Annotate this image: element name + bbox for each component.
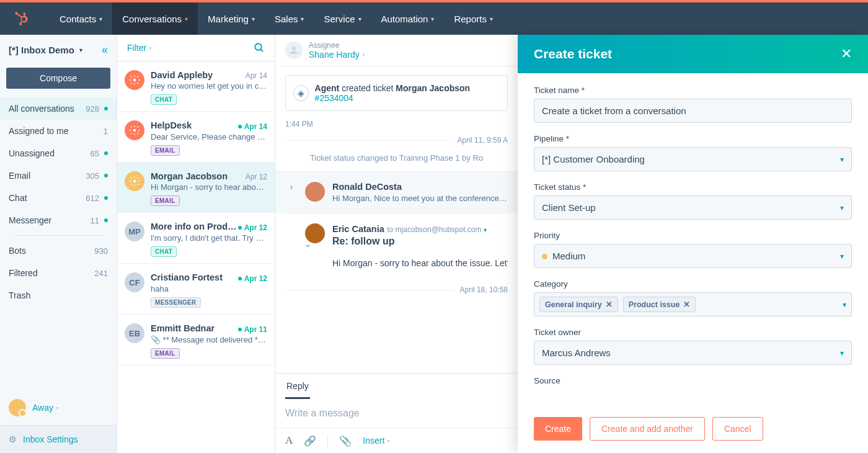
ticket-link[interactable]: #2534004 (315, 93, 353, 103)
status-change-event: Ticket status changed to Training Phase … (285, 153, 508, 163)
nav-service[interactable]: Service▾ (314, 2, 371, 35)
conversation-item[interactable]: HelpDeskApr 14 Dear Service, Please chan… (117, 112, 275, 163)
close-icon[interactable]: ✕ (841, 46, 852, 62)
nav-sales[interactable]: Sales▾ (265, 2, 314, 35)
sender-name: Eric Catania (332, 224, 384, 234)
avatar-icon: EB (125, 323, 144, 343)
compose-button[interactable]: Compose (6, 68, 110, 89)
remove-tag-icon[interactable]: ✕ (606, 300, 613, 309)
chevron-down-icon: ▾ (840, 155, 844, 164)
chevron-down-icon[interactable]: › (275, 240, 314, 252)
unread-dot-icon (104, 174, 108, 177)
channel-badge: CHAT (151, 246, 177, 257)
filter-dropdown[interactable]: Filter▾ (127, 43, 152, 53)
assignee-selector[interactable]: Shane Hardy▾ (309, 50, 365, 60)
chevron-down-icon: ▾ (56, 405, 59, 411)
conversation-item[interactable]: Morgan JacobsonApr 12 Hi Morgan - sorry … (117, 163, 275, 213)
insert-dropdown[interactable]: Insert▾ (363, 436, 390, 446)
conversation-item[interactable]: MP More info on Produ...Apr 12 I'm sorry… (117, 213, 275, 264)
ticket-event-icon: ◈ (293, 85, 309, 101)
cancel-button[interactable]: Cancel (712, 417, 763, 441)
channel-badge: EMAIL (151, 348, 180, 359)
conversation-item[interactable]: EB Emmitt BednarApr 11 📎 ** Message not … (117, 315, 275, 366)
nav-automation[interactable]: Automation▾ (371, 2, 445, 35)
message-preview: Hi Morgan, Nice to meet you at the confe… (332, 194, 508, 203)
font-icon[interactable]: A (285, 434, 293, 447)
chevron-down-icon[interactable]: ▾ (843, 300, 846, 309)
message-expanded: › Eric Catania to mjacobson@hubspot.com … (285, 213, 508, 278)
sidebar-item[interactable]: Unassigned65 (0, 142, 117, 164)
category-tag: General inquiry✕ (539, 297, 618, 312)
collapse-sidebar-icon[interactable]: « (102, 43, 108, 56)
search-icon[interactable] (254, 42, 265, 53)
chevron-down-icon: ▾ (149, 45, 152, 52)
sidebar-item-count: 241 (94, 269, 108, 278)
field-label-ticket-name: Ticket name * (534, 86, 852, 95)
category-multiselect[interactable]: General inquiry✕Product issue✕ ▾ (534, 292, 852, 316)
hubspot-logo-icon[interactable] (12, 9, 31, 28)
recipient-label: to mjacobson@hubspot.com (387, 225, 481, 234)
remove-tag-icon[interactable]: ✕ (683, 300, 690, 309)
category-tag: Product issue✕ (623, 297, 696, 312)
owner-select[interactable]: Marcus Andrews▾ (534, 341, 852, 365)
nav-marketing[interactable]: Marketing▾ (198, 2, 265, 35)
conversation-time: Apr 14 (238, 122, 267, 131)
nav-contacts[interactable]: Contacts▾ (50, 2, 112, 35)
presence-selector[interactable]: Away▾ (0, 390, 117, 425)
conversation-snippet: Hi Morgan - sorry to hear about th... (151, 182, 267, 192)
sidebar-item-label: Messenger (9, 215, 51, 225)
attachment-icon[interactable]: 📎 (339, 435, 352, 447)
sidebar-item[interactable]: Bots930 (0, 240, 117, 262)
ticket-name-input[interactable] (534, 99, 852, 123)
sidebar-item[interactable]: All conversations928 (0, 97, 117, 120)
sidebar-item-label: Bots (9, 246, 26, 256)
conversation-snippet: I'm sorry, I didn't get that. Try aga... (151, 233, 267, 243)
sidebar-item-label: Assigned to me (9, 126, 69, 136)
conversation-item[interactable]: CF Cristiano FortestApr 12 haha MESSENGE… (117, 264, 275, 315)
assignee-bar: Assignee Shane Hardy▾ (275, 35, 518, 66)
conversation-list: Filter▾ David ApplebyApr 14 Hey no worri… (117, 35, 275, 453)
sidebar-item[interactable]: Assigned to me1 (0, 120, 117, 142)
conversation-thread: Assignee Shane Hardy▾ ◈ Agent created ti… (275, 35, 518, 453)
tab-reply[interactable]: Reply (285, 374, 310, 399)
chevron-right-icon[interactable]: › (285, 182, 298, 203)
channel-badge: EMAIL (151, 195, 180, 206)
inbox-title[interactable]: [*] Inbox Demo (9, 45, 74, 55)
channel-badge: MESSENGER (151, 297, 201, 308)
sidebar-item[interactable]: Trash (0, 284, 117, 307)
inbox-settings-link[interactable]: ⚙ Inbox Settings (0, 425, 117, 453)
unread-dot-icon (238, 125, 242, 128)
priority-select[interactable]: Medium▾ (534, 244, 852, 268)
message-composer[interactable]: Write a message (275, 399, 518, 428)
create-button[interactable]: Create (534, 417, 582, 441)
chevron-down-icon[interactable]: ▾ (79, 47, 82, 53)
svg-point-4 (133, 180, 136, 183)
conversation-snippet: haha (151, 284, 267, 294)
sidebar-item-count: 1 (104, 127, 108, 136)
status-select[interactable]: Client Set-up▾ (534, 195, 852, 220)
chevron-down-icon: ▾ (840, 349, 844, 357)
message-collapsed[interactable]: › Ronald DeCosta Hi Morgan, Nice to meet… (275, 171, 518, 213)
create-ticket-panel: Create ticket ✕ Ticket name * Pipeline *… (518, 35, 868, 453)
nav-label: Sales (275, 14, 298, 24)
conversation-name: More info on Produ... (151, 222, 238, 231)
nav-reports[interactable]: Reports▾ (444, 2, 503, 35)
sender-name: Ronald DeCosta (332, 182, 508, 192)
sidebar-item[interactable]: Messenger11 (0, 209, 117, 231)
conversation-item[interactable]: David ApplebyApr 14 Hey no worries let g… (117, 61, 275, 112)
unread-dot-icon (104, 107, 108, 110)
inbox-sidebar: [*] Inbox Demo ▾ « Compose All conversat… (0, 35, 117, 453)
link-icon[interactable]: 🔗 (304, 435, 316, 447)
sidebar-item[interactable]: Chat612 (0, 187, 117, 209)
sidebar-item[interactable]: Email305 (0, 164, 117, 187)
pipeline-select[interactable]: [*] Customer Onboarding▾ (534, 147, 852, 171)
avatar-icon (125, 171, 144, 191)
unread-dot-icon (238, 328, 242, 331)
create-and-add-another-button[interactable]: Create and add another (590, 417, 705, 441)
svg-line-1 (260, 49, 263, 52)
nav-conversations[interactable]: Conversations▾ (112, 2, 198, 35)
chevron-down-icon: ▾ (301, 16, 304, 22)
nav-label: Contacts (60, 14, 96, 24)
chevron-down-icon[interactable]: ▾ (484, 226, 487, 233)
sidebar-item[interactable]: Filtered241 (0, 262, 117, 284)
